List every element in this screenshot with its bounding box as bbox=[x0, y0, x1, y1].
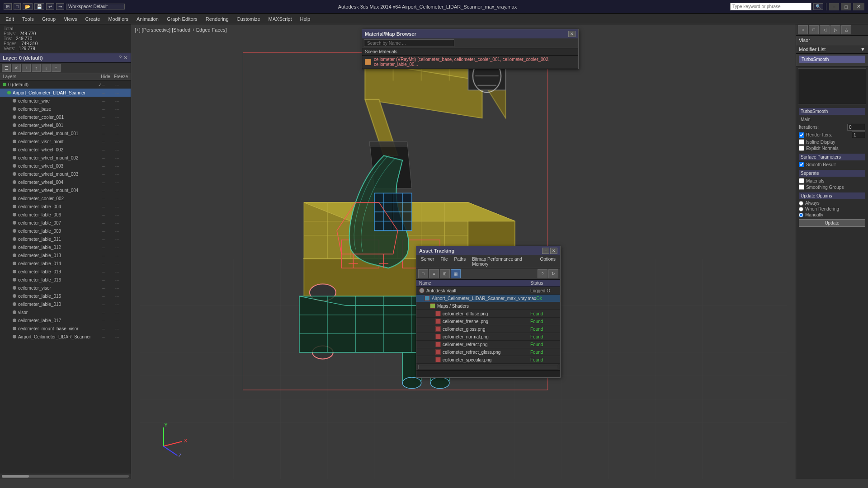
layer-item[interactable]: ceilometer_lable_009------ bbox=[0, 227, 131, 235]
layer-item[interactable]: ceilometer_lable_012------ bbox=[0, 243, 131, 251]
layers-tb-add[interactable]: + bbox=[22, 64, 31, 72]
layers-tb-delete[interactable]: ✕ bbox=[12, 64, 21, 72]
layer-item[interactable]: ceilometer_lable_004------ bbox=[0, 202, 131, 211]
redo-btn[interactable]: ↪ bbox=[56, 3, 64, 10]
asset-row[interactable]: ceilometer_diffuse.pngFound bbox=[416, 310, 560, 318]
update-button[interactable]: Update bbox=[799, 219, 865, 227]
layer-item[interactable]: ceilometer_visor_mont------ bbox=[0, 137, 131, 145]
scroll-thumb[interactable] bbox=[2, 475, 29, 478]
layers-tb-up[interactable]: ↑ bbox=[32, 64, 41, 72]
rp-tb-4[interactable]: ▷ bbox=[830, 25, 840, 34]
asset-row[interactable]: ceilometer_refract_gloss.pngFound bbox=[416, 348, 560, 356]
minimize-button[interactable]: − bbox=[829, 3, 839, 10]
manually-radio[interactable] bbox=[799, 213, 803, 217]
iterations-input[interactable] bbox=[847, 124, 865, 131]
close-button[interactable]: ✕ bbox=[853, 3, 864, 10]
asset-menu-options[interactable]: Options bbox=[538, 256, 558, 267]
menu-group[interactable]: Group bbox=[38, 15, 60, 23]
layer-item[interactable]: ceilometer_wheel_003------ bbox=[0, 162, 131, 170]
rp-tb-2[interactable]: □ bbox=[809, 25, 819, 34]
asset-row[interactable]: ceilometer_specular.pngFound bbox=[416, 356, 560, 364]
when-rendering-radio[interactable] bbox=[799, 207, 803, 211]
layer-item[interactable]: visor------ bbox=[0, 308, 131, 316]
layers-scrollbar[interactable] bbox=[0, 474, 131, 479]
smoothing-groups-check[interactable] bbox=[799, 184, 804, 190]
asset-tb-3[interactable]: ⊞ bbox=[440, 269, 450, 278]
always-radio[interactable] bbox=[799, 201, 803, 206]
asset-row[interactable]: ceilometer_gloss.pngFound bbox=[416, 325, 560, 333]
menu-tools[interactable]: Tools bbox=[19, 15, 38, 23]
asset-row[interactable]: Airport_Ceilometer_LIDAR_Scanner_max_vra… bbox=[416, 295, 560, 302]
layer-item[interactable]: Airport_Ceilometer_LIDAR_Scanner------ bbox=[0, 333, 131, 341]
layer-item[interactable]: ceilometer_mount_base_visor------ bbox=[0, 324, 131, 333]
layer-item[interactable]: ceilometer_wheel_mount_004------ bbox=[0, 186, 131, 194]
layer-item[interactable]: ceilometer_wheel_mount_001------ bbox=[0, 129, 131, 137]
viewport[interactable]: [+] [Perspective] [Shaded + Edged Faces] bbox=[131, 24, 796, 479]
material-panel-close[interactable]: ✕ bbox=[568, 31, 576, 37]
menu-customize[interactable]: Customize bbox=[233, 15, 264, 23]
asset-tb-1[interactable]: □ bbox=[418, 269, 428, 278]
menu-animation[interactable]: Animation bbox=[133, 15, 162, 23]
turbosmooth-modifier[interactable]: TurboSmooth bbox=[799, 56, 865, 63]
layer-item[interactable]: ceilometer_wheel_mount_002------ bbox=[0, 154, 131, 162]
render-iters-input[interactable] bbox=[852, 131, 865, 138]
layer-item[interactable]: ceilometer_lable_013------ bbox=[0, 251, 131, 259]
layers-tb-options[interactable]: ≡ bbox=[52, 64, 61, 72]
menu-modifiers[interactable]: Modifiers bbox=[104, 15, 132, 23]
layer-item[interactable]: ceilometer_base------ bbox=[0, 105, 131, 113]
layer-item[interactable]: ceilometer_wheel_001------ bbox=[0, 121, 131, 129]
asset-menu-server[interactable]: Server bbox=[418, 256, 437, 267]
menu-graph-editors[interactable]: Graph Editors bbox=[163, 15, 201, 23]
save-btn[interactable]: 💾 bbox=[34, 3, 44, 10]
asset-menu-paths[interactable]: Paths bbox=[452, 256, 469, 267]
layer-item[interactable]: ceilometer_lable_014------ bbox=[0, 259, 131, 267]
rp-tb-3[interactable]: ◁ bbox=[820, 25, 830, 34]
layer-item[interactable]: Airport_Ceilometer_LIDAR_Scanner------ bbox=[0, 89, 131, 97]
rp-tb-5[interactable]: △ bbox=[841, 25, 851, 34]
smooth-result-check[interactable] bbox=[799, 162, 804, 167]
asset-menu-file[interactable]: File bbox=[438, 256, 450, 267]
isoline-check[interactable] bbox=[799, 139, 804, 145]
rp-tb-1[interactable]: ○ bbox=[798, 25, 808, 34]
layer-item[interactable]: ceilometer_wheel_002------ bbox=[0, 145, 131, 154]
restore-button[interactable]: □ bbox=[841, 3, 851, 10]
layer-item[interactable]: ceilometer_lable_011------ bbox=[0, 235, 131, 243]
asset-scrollbar[interactable] bbox=[418, 365, 558, 369]
asset-row[interactable]: ceilometer_fresnel.pngFound bbox=[416, 318, 560, 325]
layer-item[interactable]: ceilometer_wire------ bbox=[0, 97, 131, 105]
layer-item[interactable]: ceilometer_lable_015------ bbox=[0, 292, 131, 300]
modifier-dropdown-icon[interactable]: ▼ bbox=[860, 47, 865, 52]
render-iters-check[interactable] bbox=[799, 132, 804, 138]
layer-item[interactable]: ceilometer_lable_016------ bbox=[0, 276, 131, 284]
search-icon[interactable]: 🔍 bbox=[813, 3, 823, 10]
open-btn[interactable]: 📂 bbox=[23, 3, 33, 10]
asset-row[interactable]: ceilometer_refract.pngFound bbox=[416, 341, 560, 348]
layer-item[interactable]: ceilometer_wheel_mount_003------ bbox=[0, 170, 131, 178]
asset-row[interactable]: ceilometer_normal.pngFound bbox=[416, 333, 560, 341]
material-item[interactable]: ceilometer (VRayMtl) [ceilometer_base, c… bbox=[362, 56, 578, 69]
layer-item[interactable]: ceilometer_cooler_002------ bbox=[0, 194, 131, 202]
layers-close-icon[interactable]: ✕ bbox=[123, 55, 128, 61]
materials-check[interactable] bbox=[799, 178, 804, 183]
layer-item[interactable]: ceilometer_wheel_004------ bbox=[0, 178, 131, 186]
layer-item[interactable]: 0 (default)✓------ bbox=[0, 80, 131, 89]
menu-edit[interactable]: Edit bbox=[2, 15, 18, 23]
material-search[interactable] bbox=[364, 39, 454, 47]
asset-close-btn[interactable]: ✕ bbox=[550, 248, 557, 254]
asset-min-btn[interactable]: − bbox=[542, 248, 549, 254]
layer-item[interactable]: ceilometer_lable_006------ bbox=[0, 211, 131, 219]
layer-item[interactable]: ceilometer_visor------ bbox=[0, 284, 131, 292]
menu-rendering[interactable]: Rendering bbox=[202, 15, 232, 23]
menu-maxscript[interactable]: MAXScript bbox=[265, 15, 296, 23]
search-input[interactable] bbox=[730, 3, 811, 10]
layers-help-icon[interactable]: ? bbox=[119, 55, 122, 61]
layer-item[interactable]: ceilometer_lable_019------ bbox=[0, 267, 131, 276]
workspace-selector[interactable]: Workspace: Default bbox=[66, 4, 125, 9]
layers-tb-down[interactable]: ↓ bbox=[42, 64, 51, 72]
menu-create[interactable]: Create bbox=[81, 15, 104, 23]
asset-tb-help[interactable]: ? bbox=[538, 269, 547, 278]
undo-btn[interactable]: ↩ bbox=[46, 3, 54, 10]
layers-tb-new[interactable]: ☰ bbox=[2, 64, 11, 72]
new-btn[interactable]: □ bbox=[14, 3, 21, 10]
menu-views[interactable]: Views bbox=[60, 15, 80, 23]
